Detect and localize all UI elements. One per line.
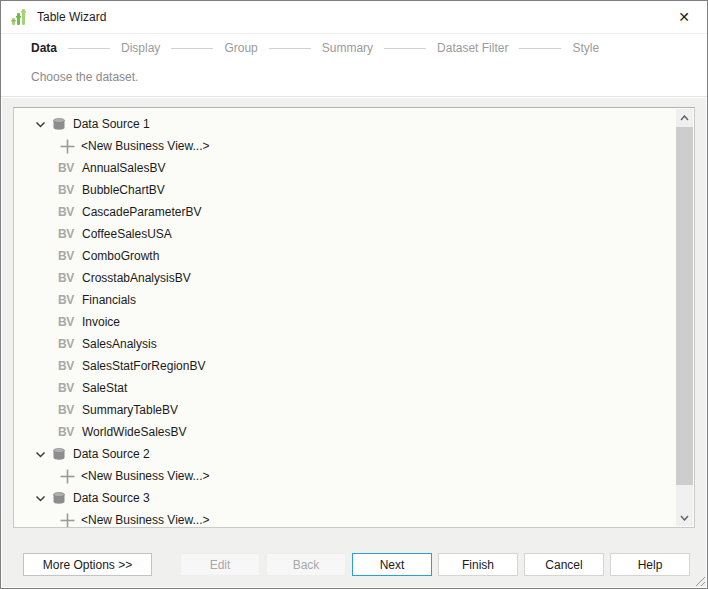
business-view-icon: BV: [58, 425, 78, 439]
dataset-tree: Data Source 1<New Business View...>BVAnn…: [14, 113, 676, 528]
tree-row-data-source-1[interactable]: Data Source 1: [14, 113, 676, 135]
chevron-down-icon[interactable]: [35, 119, 46, 130]
tree-row-new-business-view[interactable]: <New Business View...>: [14, 135, 676, 157]
tree-item-label: Data Source 2: [73, 447, 150, 461]
tree-item-label: <New Business View...>: [81, 469, 210, 483]
dataset-tree-panel: Data Source 1<New Business View...>BVAnn…: [13, 107, 695, 528]
business-view-icon: BV: [58, 249, 78, 263]
header-separator: [1, 96, 707, 97]
tree-item-label: ComboGrowth: [82, 249, 159, 263]
business-view-icon: BV: [58, 161, 78, 175]
tree-item-label: AnnualSalesBV: [82, 161, 165, 175]
wizard-steps: DataDisplayGroupSummaryDataset FilterSty…: [1, 34, 707, 62]
plus-icon: [60, 139, 75, 154]
tree-item-label: CrosstabAnalysisBV: [82, 271, 191, 285]
tree-row-salesstatforregionbv[interactable]: BVSalesStatForRegionBV: [14, 355, 676, 377]
database-icon: [51, 446, 67, 462]
tree-item-label: SalesAnalysis: [82, 337, 157, 351]
step-group[interactable]: Group: [224, 41, 257, 55]
scrollbar-down-icon[interactable]: [676, 509, 693, 526]
vertical-scrollbar[interactable]: [676, 109, 693, 526]
database-icon: [51, 116, 67, 132]
tree-row-new-business-view[interactable]: <New Business View...>: [14, 509, 676, 528]
tree-row-invoice[interactable]: BVInvoice: [14, 311, 676, 333]
tree-row-cascadeparameterbv[interactable]: BVCascadeParameterBV: [14, 201, 676, 223]
tree-item-label: WorldWideSalesBV: [82, 425, 186, 439]
business-view-icon: BV: [58, 227, 78, 241]
tree-row-annualsalesbv[interactable]: BVAnnualSalesBV: [14, 157, 676, 179]
step-data[interactable]: Data: [31, 41, 57, 55]
tree-row-bubblechartbv[interactable]: BVBubbleChartBV: [14, 179, 676, 201]
dialog-body: Data Source 1<New Business View...>BVAnn…: [2, 98, 706, 587]
resize-grip[interactable]: [693, 574, 705, 586]
tree-item-label: <New Business View...>: [81, 513, 210, 527]
next-button[interactable]: Next: [352, 553, 432, 576]
tree-row-data-source-2[interactable]: Data Source 2: [14, 443, 676, 465]
business-view-icon: BV: [58, 359, 78, 373]
business-view-icon: BV: [58, 205, 78, 219]
footer-button-row: EditBackNextFinishCancelHelp: [180, 553, 690, 576]
tree-item-label: CoffeeSalesUSA: [82, 227, 172, 241]
step-connector: [519, 48, 561, 49]
business-view-icon: BV: [58, 403, 78, 417]
step-dataset-filter[interactable]: Dataset Filter: [437, 41, 508, 55]
tree-row-coffeesalesusa[interactable]: BVCoffeeSalesUSA: [14, 223, 676, 245]
title-bar: Table Wizard ✕: [1, 1, 707, 34]
table-wizard-app-icon: [10, 8, 28, 26]
tree-item-label: Data Source 3: [73, 491, 150, 505]
tree-item-label: Invoice: [82, 315, 120, 329]
step-summary[interactable]: Summary: [322, 41, 373, 55]
step-connector: [269, 48, 311, 49]
back-button: Back: [266, 553, 346, 576]
tree-item-label: SummaryTableBV: [82, 403, 178, 417]
tree-item-label: SalesStatForRegionBV: [82, 359, 205, 373]
tree-item-label: Data Source 1: [73, 117, 150, 131]
tree-item-label: CascadeParameterBV: [82, 205, 201, 219]
step-connector: [384, 48, 426, 49]
tree-row-salesanalysis[interactable]: BVSalesAnalysis: [14, 333, 676, 355]
tree-row-data-source-3[interactable]: Data Source 3: [14, 487, 676, 509]
tree-row-financials[interactable]: BVFinancials: [14, 289, 676, 311]
database-icon: [51, 490, 67, 506]
plus-icon: [60, 513, 75, 528]
tree-row-salestat[interactable]: BVSaleStat: [14, 377, 676, 399]
help-button[interactable]: Help: [610, 553, 690, 576]
step-connector: [68, 48, 110, 49]
tree-row-crosstabanalysisbv[interactable]: BVCrosstabAnalysisBV: [14, 267, 676, 289]
step-connector: [171, 48, 213, 49]
plus-icon: [60, 469, 75, 484]
tree-row-new-business-view[interactable]: <New Business View...>: [14, 465, 676, 487]
wizard-subtitle: Choose the dataset.: [1, 62, 707, 96]
step-display[interactable]: Display: [121, 41, 160, 55]
tree-item-label: Financials: [82, 293, 136, 307]
tree-row-worldwidesalesbv[interactable]: BVWorldWideSalesBV: [14, 421, 676, 443]
more-options-button[interactable]: More Options >>: [23, 553, 152, 576]
close-icon[interactable]: ✕: [673, 6, 695, 28]
table-wizard-dialog: Table Wizard ✕ DataDisplayGroupSummaryDa…: [0, 0, 708, 589]
tree-row-summarytablebv[interactable]: BVSummaryTableBV: [14, 399, 676, 421]
cancel-button[interactable]: Cancel: [524, 553, 604, 576]
tree-row-combogrowth[interactable]: BVComboGrowth: [14, 245, 676, 267]
business-view-icon: BV: [58, 337, 78, 351]
tree-item-label: <New Business View...>: [81, 139, 210, 153]
tree-item-label: SaleStat: [82, 381, 127, 395]
edit-button: Edit: [180, 553, 260, 576]
business-view-icon: BV: [58, 183, 78, 197]
business-view-icon: BV: [58, 271, 78, 285]
scrollbar-thumb[interactable]: [676, 127, 693, 485]
tree-item-label: BubbleChartBV: [82, 183, 165, 197]
finish-button[interactable]: Finish: [438, 553, 518, 576]
scrollbar-up-icon[interactable]: [676, 109, 693, 126]
business-view-icon: BV: [58, 293, 78, 307]
chevron-down-icon[interactable]: [35, 449, 46, 460]
window-title: Table Wizard: [37, 10, 106, 24]
step-style[interactable]: Style: [572, 41, 599, 55]
business-view-icon: BV: [58, 315, 78, 329]
business-view-icon: BV: [58, 381, 78, 395]
chevron-down-icon[interactable]: [35, 493, 46, 504]
